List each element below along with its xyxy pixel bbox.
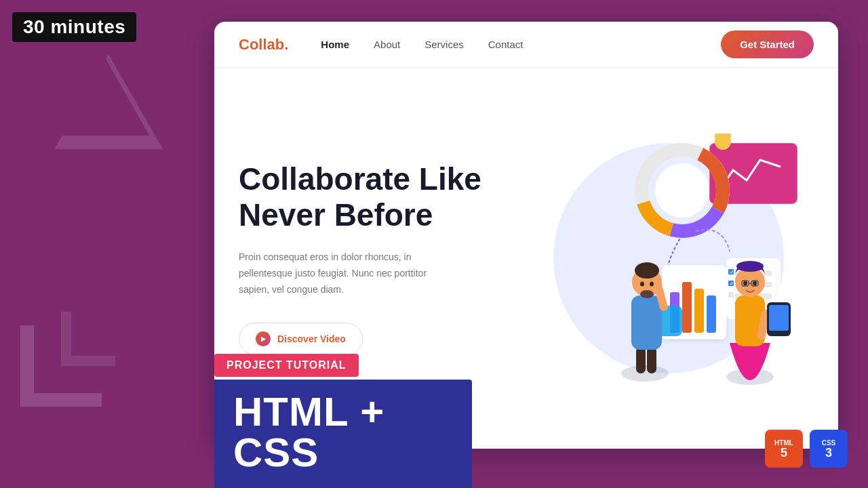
svg-rect-11: [682, 282, 692, 333]
play-icon: ▶: [256, 331, 271, 346]
svg-rect-12: [694, 289, 704, 333]
html-css-banner: HTML + CSS: [214, 380, 472, 488]
hero-title: Collaborate Like Never Before: [239, 161, 524, 233]
css3-badge: CSS 3: [810, 430, 848, 468]
svg-point-34: [640, 290, 654, 298]
svg-point-41: [736, 261, 764, 272]
svg-point-32: [640, 282, 644, 287]
svg-rect-3: [715, 134, 731, 139]
hero-description: Proin consequat eros in dolor rhoncus, i…: [239, 249, 456, 298]
project-tutorial-badge: PROJECT TUTORIAL: [214, 354, 359, 377]
hero-content: Collaborate Like Never Before Proin cons…: [239, 161, 524, 354]
svg-rect-24: [728, 292, 734, 298]
bottom-overlay: PROJECT TUTORIAL HTML + CSS: [214, 380, 472, 488]
svg-rect-28: [631, 296, 662, 350]
hero-illustration: ✓ ✓: [499, 68, 838, 449]
discover-btn-label: Discover Video: [277, 333, 346, 344]
nav-link-about[interactable]: About: [374, 39, 400, 50]
hero-title-line1: Collaborate Like: [239, 161, 481, 197]
svg-rect-26: [636, 346, 646, 373]
html-top-label: HTML: [774, 439, 793, 447]
html-number: 5: [781, 447, 787, 459]
svg-text:✓: ✓: [730, 281, 734, 286]
nav-link-contact[interactable]: Contact: [488, 39, 524, 50]
nav-link-home[interactable]: Home: [321, 39, 349, 50]
css-number: 3: [825, 447, 832, 459]
svg-point-42: [743, 281, 747, 286]
illustration-svg: ✓ ✓: [526, 123, 811, 394]
get-started-button[interactable]: Get Started: [721, 30, 814, 58]
html5-badge: HTML 5: [765, 430, 803, 468]
svg-point-31: [635, 262, 659, 279]
svg-point-8: [655, 163, 709, 218]
svg-rect-39: [769, 305, 789, 331]
nav-logo: Collab.: [239, 36, 288, 54]
svg-point-33: [650, 282, 654, 287]
svg-point-43: [753, 281, 757, 286]
svg-text:✓: ✓: [730, 270, 734, 274]
navbar: Collab. Home About Services Contact Get …: [214, 22, 838, 68]
svg-rect-27: [647, 346, 656, 373]
tech-badges-container: HTML 5 CSS 3: [765, 430, 848, 468]
timer-badge: 30 minutes: [12, 12, 136, 42]
css-top-label: CSS: [822, 439, 836, 447]
discover-video-button[interactable]: ▶ Discover Video: [239, 323, 363, 355]
nav-link-services[interactable]: Services: [425, 39, 464, 50]
hero-title-line2: Never Before: [239, 197, 433, 232]
svg-rect-13: [707, 296, 716, 333]
